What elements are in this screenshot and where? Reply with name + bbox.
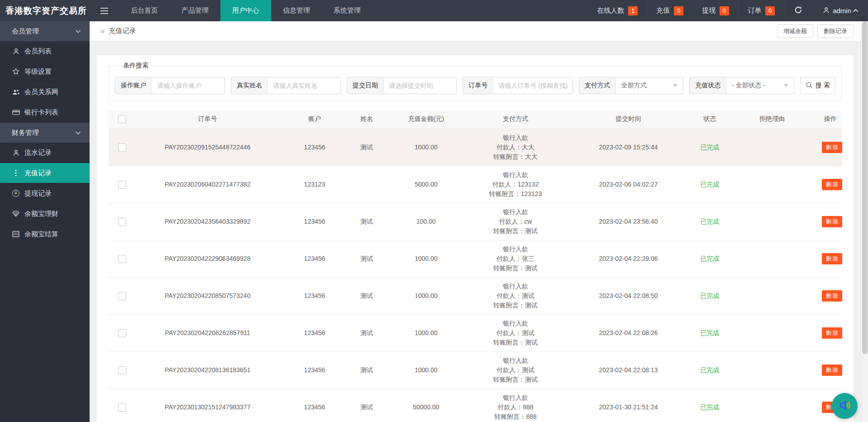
filter-select[interactable]: 全部方式 [616,77,683,94]
column-header: 账户 [279,110,350,129]
filter-row: 操作账户真实姓名提交日期订单号支付方式全部方式充值状态- 全部状态 -搜 索 [115,77,835,94]
page-title: 充值记录 [109,27,136,35]
sidebar-item[interactable]: 余额宝结算 [0,224,90,245]
row-checkbox[interactable] [118,403,126,412]
pay-type-line: 银行入款 [471,282,559,291]
filter-input[interactable] [268,77,340,94]
status-badge: 已完成 [700,144,719,151]
top-nav-item[interactable]: 信息管理 [271,0,322,21]
refresh-button[interactable] [784,0,812,21]
payer-line: 付款人：大大 [471,143,559,152]
filter-label: 订单号 [463,77,493,94]
top-nav-item[interactable]: 产品管理 [170,0,220,21]
topbar-stat[interactable]: 在线人数1 [587,0,647,21]
row-checkbox[interactable] [118,181,126,189]
delete-button[interactable]: 删 除 [822,290,842,302]
search-button[interactable]: 搜 索 [800,77,835,94]
top-nav: 后台首页产品管理用户中心信息管理系统管理 [119,0,372,21]
account-cell: 123456 [279,351,350,388]
payer-line: 付款人：cw [471,217,559,226]
amount-cell: 1000.00 [383,129,468,166]
row-checkbox[interactable] [118,292,126,300]
filter-select[interactable]: - 全部状态 - [726,77,794,94]
name-cell: 测试 [350,314,384,351]
pay-type-line: 银行入款 [471,393,559,403]
filter-input[interactable] [152,77,224,94]
top-nav-item[interactable]: 用户中心 [220,0,271,21]
pay-method-cell: 银行入款付款人：888转账附言：888 [468,388,562,422]
menu-toggle-icon[interactable] [90,0,119,21]
amount-cell: 1000.00 [383,314,468,351]
search-fieldset: 条件搜索 操作账户真实姓名提交日期订单号支付方式全部方式充值状态- 全部状态 -… [109,62,842,101]
stat-label: 提现 [702,6,715,15]
page-scrollbar[interactable] [861,21,868,422]
row-checkbox[interactable] [118,255,126,263]
row-checkbox-cell [109,351,136,388]
top-nav-item[interactable]: 系统管理 [322,0,372,21]
row-checkbox[interactable] [118,329,126,337]
time-cell: 2023-02-04 23:56:40 [563,203,695,240]
reject-reason-cell [725,314,819,351]
stat-label: 在线人数 [597,6,624,15]
sound-toggle-button[interactable] [832,393,858,419]
topbar-stat[interactable]: 提现0 [692,0,738,21]
top-nav-item[interactable]: 后台首页 [119,0,170,21]
page-action-button[interactable]: 增减余额 [777,24,813,38]
topbar-stat[interactable]: 订单0 [738,0,784,21]
sidebar-item[interactable]: 流水记录 [0,143,90,163]
search-filter: 操作账户 [115,77,225,94]
page-header: » 充值记录 增减余额删除记录 [90,21,861,41]
status-cell: 已完成 [694,129,725,166]
sidebar-item-label: 会员关系网 [24,88,58,96]
status-cell: 已完成 [694,388,725,422]
order-cell: PAY202302042208507573240 [136,277,280,314]
table-header-row: 订单号账户姓名充值金额(元)支付方式提交时间状态拒绝理由操作 [109,110,842,129]
row-checkbox-cell [109,129,136,166]
delete-button[interactable]: 删 除 [822,142,842,153]
row-checkbox-cell [109,203,136,240]
records-table: 订单号账户姓名充值金额(元)支付方式提交时间状态拒绝理由操作 PAY202302… [109,110,842,422]
delete-button[interactable]: 删 除 [822,327,842,339]
time-cell: 2023-02-04 22:08:13 [563,351,695,388]
scrollbar-thumb[interactable] [862,21,868,354]
column-header: 姓名 [350,110,384,129]
sidebar-item[interactable]: 充值记录 [0,163,90,183]
delete-button[interactable]: 删 除 [822,216,842,227]
pay-method-cell: 银行入款付款人：测试转账附言：测试 [468,351,562,388]
bank-card-icon [12,109,20,115]
user-icon [12,149,20,156]
delete-button[interactable]: 删 除 [822,179,842,190]
sidebar-item[interactable]: 余额宝理财 [0,204,90,224]
sidebar-item[interactable]: 银行卡列表 [0,102,90,123]
row-checkbox-cell [109,314,136,351]
row-checkbox[interactable] [118,144,126,152]
time-cell: 2023-02-04 22:08:50 [563,277,695,314]
topbar-stat[interactable]: 充值0 [647,0,692,21]
action-cell: 删 除 [819,351,842,388]
row-checkbox[interactable] [118,218,126,226]
sidebar-item[interactable]: 等级设置 [0,62,90,82]
reject-reason-cell [725,166,819,203]
sidebar-group[interactable]: 会员管理 [0,21,90,41]
stat-label: 充值 [656,6,670,15]
user-menu[interactable]: admin [812,0,868,21]
select-all-checkbox[interactable] [118,115,126,123]
delete-button[interactable]: 删 除 [822,253,842,264]
status-badge: 已完成 [700,292,719,299]
filter-input[interactable] [493,77,572,94]
memo-line: 转账附言：测试 [471,264,559,273]
row-checkbox[interactable] [118,366,126,374]
table-row: PAY2023020604022714773821231235000.00银行入… [109,166,842,203]
sidebar-item[interactable]: 会员关系网 [0,82,90,102]
order-cell: PAY202302042229063469928 [136,240,280,277]
filter-input[interactable] [384,77,456,94]
sidebar-item[interactable]: 会员列表 [0,41,90,62]
filter-label: 操作账户 [115,77,152,94]
content-panel: 条件搜索 操作账户真实姓名提交日期订单号支付方式全部方式充值状态- 全部状态 -… [97,55,854,422]
delete-button[interactable]: 删 除 [822,364,842,376]
page-action-button[interactable]: 删除记录 [817,24,854,38]
sidebar-group[interactable]: 财务管理 [0,123,90,143]
sidebar-item-label: 余额宝结算 [24,230,58,239]
order-cell: PAY202302042208262857911 [136,314,280,351]
sidebar-item[interactable]: ¥提现记录 [0,183,90,204]
